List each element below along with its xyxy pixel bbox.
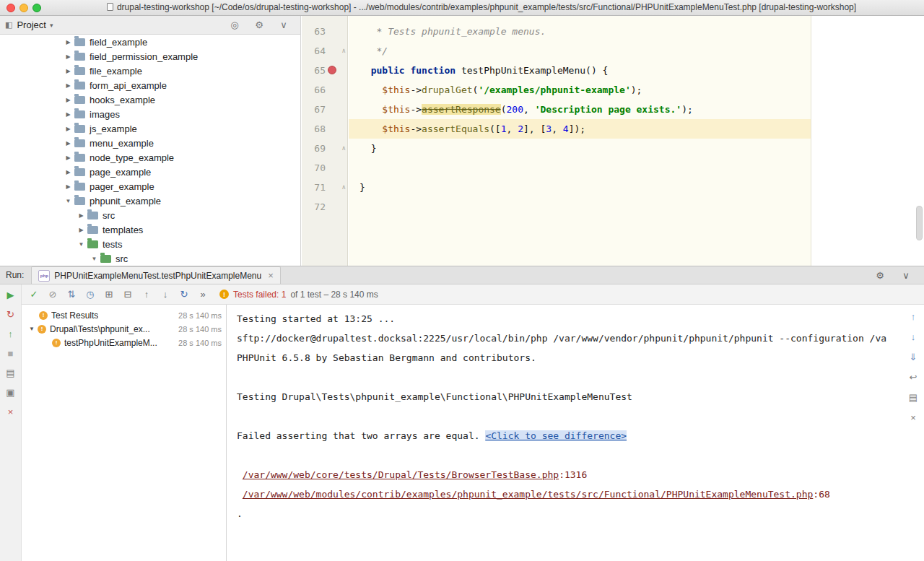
project-tree-item[interactable]: ▶page_example <box>0 165 300 179</box>
code-token: ( <box>501 104 507 115</box>
run-content: !Test Results28 s 140 ms▼!Drupal\Tests\p… <box>22 305 924 561</box>
project-tree-item[interactable]: ▶form_api_example <box>0 78 300 92</box>
code-line[interactable]: $this->assertEquals([1, 2], [3, 4]); <box>349 119 924 139</box>
show-statistics-button[interactable]: ▤ <box>4 366 17 380</box>
project-tree-item[interactable]: ▶templates <box>0 222 300 237</box>
previous-failed-test-icon[interactable]: ↑ <box>140 288 153 301</box>
project-tree-item[interactable]: ▼phpunit_example <box>0 193 300 208</box>
stop-button[interactable]: ■ <box>4 347 17 360</box>
project-tree-item[interactable]: ▶images <box>0 107 300 121</box>
project-tree-item[interactable]: ▶node_type_example <box>0 150 300 165</box>
fold-marker-icon[interactable]: ∧ <box>342 139 346 158</box>
rerun-button[interactable]: ▶ <box>4 288 17 302</box>
restore-layout-button[interactable]: ▣ <box>4 386 17 399</box>
chevron-collapsed-icon[interactable]: ▶ <box>64 111 73 118</box>
project-tree-item[interactable]: ▶field_example <box>0 35 300 49</box>
code-token: assertResponse <box>422 104 501 115</box>
chevron-collapsed-icon[interactable]: ▶ <box>77 212 86 219</box>
show-ignored-icon[interactable]: ⊘ <box>46 288 59 301</box>
project-tree-item[interactable]: ▼src <box>0 251 300 266</box>
project-tree-item[interactable]: ▶file_example <box>0 64 300 78</box>
chevron-collapsed-icon[interactable]: ▶ <box>64 53 73 60</box>
run-toolbar-icons: ✓⊘⇅◷⊞⊟↑↓↻» <box>27 288 209 301</box>
gutter-icon-strip <box>326 197 347 217</box>
expand-all-icon[interactable]: ⊞ <box>103 288 116 301</box>
close-tab-icon[interactable]: × <box>268 270 274 281</box>
project-tree-item[interactable]: ▶field_permission_example <box>0 49 300 64</box>
more-options-icon[interactable]: » <box>196 288 209 301</box>
window-close-button[interactable] <box>6 4 15 12</box>
project-tree-item[interactable]: ▶src <box>0 208 300 222</box>
project-tree-item[interactable]: ▶js_example <box>0 121 300 136</box>
clear-all-icon[interactable]: × <box>907 412 920 424</box>
scroll-from-source-icon[interactable]: ◎ <box>228 19 241 32</box>
chevron-collapsed-icon[interactable]: ▶ <box>64 68 73 74</box>
chevron-collapsed-icon[interactable]: ▶ <box>64 169 73 175</box>
collapse-all-icon[interactable]: ⊟ <box>121 288 134 301</box>
chevron-expanded-icon[interactable]: ▼ <box>26 326 38 332</box>
up-stack-trace-icon[interactable]: ↑ <box>907 310 920 323</box>
hide-panel-icon[interactable]: ∨ <box>277 19 290 32</box>
code-line[interactable]: $this->drupalGet('/examples/phpunit-exam… <box>349 80 924 100</box>
test-tree-item[interactable]: !testPhpUnitExampleM...28 s 140 ms <box>22 336 226 349</box>
project-tree-item[interactable]: ▶hooks_example <box>0 92 300 107</box>
project-tree-item[interactable]: ▶menu_example <box>0 136 300 150</box>
ide-window: drupal-testing-workshop [~/Code/os/drupa… <box>0 0 924 561</box>
close-button[interactable]: × <box>4 405 17 419</box>
code-line[interactable] <box>349 158 924 178</box>
chevron-expanded-icon[interactable]: ▼ <box>90 256 99 262</box>
hide-panel-icon[interactable]: ∨ <box>899 269 912 282</box>
console[interactable]: Testing started at 13:25 ...sftp://docke… <box>227 305 924 561</box>
soft-wrap-icon[interactable]: ↩ <box>907 371 920 383</box>
window-zoom-button[interactable] <box>32 4 41 12</box>
auto-test-button[interactable]: ↑ <box>4 327 17 341</box>
code-line[interactable] <box>349 197 924 217</box>
code-line[interactable]: } <box>349 139 924 158</box>
sort-alphabetically-icon[interactable]: ⇅ <box>65 288 78 301</box>
fold-marker-icon[interactable]: ∧ <box>342 178 346 197</box>
project-tree-item[interactable]: ▶pager_example <box>0 179 300 193</box>
test-failed-icon: ! <box>39 311 48 320</box>
failed-test-run-icon[interactable] <box>328 66 336 74</box>
test-tree-item[interactable]: ▼!Drupal\Tests\phpunit_ex...28 s 140 ms <box>22 322 226 336</box>
fold-marker-icon[interactable]: ∧ <box>342 41 346 61</box>
sort-by-duration-icon[interactable]: ◷ <box>84 288 97 301</box>
next-failed-test-icon[interactable]: ↓ <box>159 288 172 301</box>
rerun-failed-tests-button[interactable]: ↻ <box>4 308 17 321</box>
chevron-down-icon[interactable]: ▾ <box>50 22 53 29</box>
chevron-collapsed-icon[interactable]: ▶ <box>64 140 73 147</box>
editor[interactable]: 6364∧6566676869∧7071∧72 * Tests phpunit_… <box>302 16 924 266</box>
window-minimize-button[interactable] <box>19 4 28 12</box>
chevron-expanded-icon[interactable]: ▼ <box>64 198 73 204</box>
down-stack-trace-icon[interactable]: ↓ <box>907 331 920 343</box>
show-passed-icon[interactable]: ✓ <box>27 288 40 301</box>
chevron-collapsed-icon[interactable]: ▶ <box>64 97 73 103</box>
editor-scrollbar-thumb[interactable] <box>916 206 923 240</box>
console-link[interactable]: <Click to see difference> <box>485 430 627 441</box>
code-line[interactable]: * Tests phpunit_example menus. <box>349 22 924 41</box>
test-tree-item[interactable]: !Test Results28 s 140 ms <box>22 308 226 322</box>
folder-icon <box>74 154 85 162</box>
code-line[interactable]: $this->assertResponse(200, 'Description … <box>349 100 924 119</box>
scroll-to-end-icon[interactable]: ⇓ <box>907 351 920 363</box>
project-tree-item[interactable]: ▼tests <box>0 237 300 251</box>
code-line[interactable]: } <box>349 178 924 197</box>
chevron-collapsed-icon[interactable]: ▶ <box>64 126 73 132</box>
code-line[interactable]: */ <box>349 41 924 61</box>
settings-icon[interactable]: ⚙ <box>253 19 266 32</box>
chevron-collapsed-icon[interactable]: ▶ <box>64 39 73 45</box>
editor-code-area[interactable]: * Tests phpunit_example menus. */ public… <box>349 16 924 266</box>
print-icon[interactable]: ▤ <box>907 391 920 404</box>
console-link[interactable]: /var/www/web/modules/contrib/examples/ph… <box>243 489 814 500</box>
test-history-icon[interactable]: ↻ <box>178 288 191 301</box>
settings-icon[interactable]: ⚙ <box>873 269 886 282</box>
code-line[interactable]: public function testPhpUnitExampleMenu()… <box>349 61 924 80</box>
project-panel-title[interactable]: Project <box>17 19 45 30</box>
chevron-collapsed-icon[interactable]: ▶ <box>64 155 73 161</box>
chevron-collapsed-icon[interactable]: ▶ <box>64 183 73 190</box>
chevron-expanded-icon[interactable]: ▼ <box>77 241 86 248</box>
run-tab[interactable]: php PHPUnitExampleMenuTest.testPhpUnitEx… <box>31 266 280 284</box>
chevron-collapsed-icon[interactable]: ▶ <box>77 227 86 233</box>
chevron-collapsed-icon[interactable]: ▶ <box>64 82 73 89</box>
console-link[interactable]: /var/www/web/core/tests/Drupal/Tests/Bro… <box>243 469 559 480</box>
